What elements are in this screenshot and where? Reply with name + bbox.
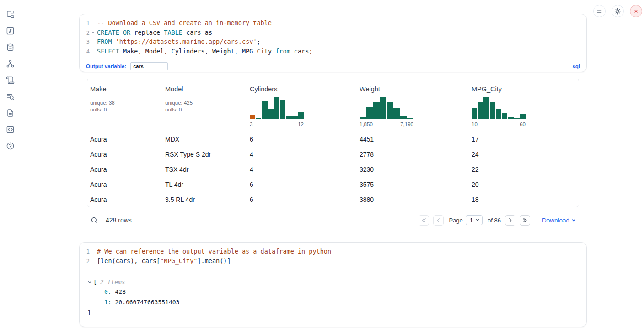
table-cell: MDX bbox=[162, 136, 247, 143]
left-toolbar bbox=[0, 0, 20, 151]
table-row: AcuraTSX 4dr4323022 bbox=[87, 162, 579, 177]
column-histogram[interactable] bbox=[250, 96, 304, 119]
code-token: from bbox=[275, 48, 290, 55]
column-unique-stat: unique: 38 bbox=[90, 100, 159, 106]
table-cell: Acura bbox=[87, 196, 162, 203]
histogram-bar bbox=[360, 117, 366, 119]
histogram-min-label: 10 bbox=[472, 122, 478, 127]
notebook-menu-button[interactable] bbox=[593, 5, 606, 17]
page-select[interactable]: 1 bbox=[466, 215, 483, 225]
column-header-cylinders[interactable]: Cylinders312 bbox=[247, 79, 357, 132]
table-cell: Acura bbox=[87, 136, 162, 143]
table-footer: 428 rows Page 1 of 86 Download bbox=[87, 211, 579, 229]
variables-panel-button[interactable] bbox=[5, 26, 15, 36]
result-item: 1: 20.060747663551403 bbox=[87, 297, 581, 308]
table-cell: 3.5 RL 4dr bbox=[162, 196, 247, 203]
histogram-bar bbox=[292, 116, 298, 119]
code-line: 1# We can reference the output variable … bbox=[80, 247, 586, 257]
search-icon bbox=[91, 217, 98, 224]
table-cell: 3575 bbox=[357, 181, 469, 188]
histogram-bar bbox=[280, 100, 285, 119]
code-token: TABLE bbox=[164, 29, 182, 36]
collapse-toggle-icon[interactable] bbox=[87, 280, 92, 285]
item-value: 20.060747663551403 bbox=[112, 299, 180, 306]
histogram-bar bbox=[508, 117, 513, 119]
code-line: 4SELECT Make, Model, Cylinders, Weight, … bbox=[80, 47, 586, 57]
line-number: 2 bbox=[80, 28, 90, 38]
table-row: Acura3.5 RL 4dr6388018 bbox=[87, 192, 579, 207]
chevron-left-icon bbox=[435, 217, 441, 223]
outline-panel-button[interactable] bbox=[5, 75, 15, 85]
code-token: replace bbox=[130, 29, 164, 36]
code-token: "MPG_City" bbox=[160, 257, 197, 264]
result-items: 0: 4281: 20.060747663551403 bbox=[87, 287, 581, 307]
fold-chevron-icon[interactable] bbox=[91, 31, 95, 35]
column-name: MPG_City bbox=[472, 85, 575, 93]
list-search-icon bbox=[6, 92, 15, 101]
chevrons-left-icon bbox=[421, 217, 427, 223]
histogram-max-label: 12 bbox=[298, 122, 304, 127]
settings-button[interactable] bbox=[612, 5, 624, 17]
column-header-model[interactable]: Modelunique: 425nulls: 0 bbox=[162, 79, 247, 132]
table-cell: 4451 bbox=[357, 136, 469, 143]
item-index: 0: bbox=[104, 288, 112, 295]
hamburger-menu-icon bbox=[596, 8, 603, 15]
column-histogram[interactable] bbox=[360, 96, 413, 119]
items-count-label: 2 Items bbox=[100, 278, 125, 287]
file-explorer-button[interactable] bbox=[5, 9, 15, 19]
table-cell: 20 bbox=[469, 181, 579, 188]
download-label: Download bbox=[542, 217, 569, 224]
column-header-make[interactable]: Makeunique: 38nulls: 0 bbox=[87, 79, 162, 132]
python-editor[interactable]: 1# We can reference the output variable … bbox=[80, 243, 586, 270]
gear-icon bbox=[614, 7, 622, 15]
first-page-button[interactable] bbox=[419, 215, 429, 226]
logs-panel-button[interactable] bbox=[5, 91, 15, 101]
code-square-icon bbox=[6, 125, 15, 134]
histogram-bar bbox=[366, 107, 373, 119]
code-text: FROM 'https://datasets.marimo.app/cars.c… bbox=[90, 37, 261, 47]
histogram-bar bbox=[478, 102, 483, 119]
column-name: Weight bbox=[360, 85, 465, 93]
last-page-button[interactable] bbox=[520, 215, 530, 226]
code-token: ].mean()] bbox=[197, 257, 231, 264]
sql-cell-output: Makeunique: 38nulls: 0Modelunique: 425nu… bbox=[87, 79, 579, 229]
shutdown-button[interactable] bbox=[630, 5, 642, 17]
table-body: AcuraMDX6445117AcuraRSX Type S 2dr427782… bbox=[87, 132, 579, 207]
next-page-button[interactable] bbox=[505, 215, 515, 226]
datasets-panel-button[interactable] bbox=[5, 42, 15, 52]
python-cell: 1# We can reference the output variable … bbox=[79, 242, 587, 327]
histogram-range: 1060 bbox=[472, 122, 526, 127]
table-header-row: Makeunique: 38nulls: 0Modelunique: 425nu… bbox=[87, 79, 579, 132]
output-variable-input[interactable] bbox=[130, 62, 168, 70]
column-header-weight[interactable]: Weight1,8507,190 bbox=[357, 79, 469, 132]
sql-editor[interactable]: 1-- Download a CSV and create an in-memo… bbox=[80, 14, 586, 60]
column-histogram[interactable] bbox=[472, 96, 526, 119]
chevrons-right-icon bbox=[522, 217, 528, 223]
item-value: 428 bbox=[112, 288, 126, 295]
table-cell: Acura bbox=[87, 151, 162, 158]
previous-page-button[interactable] bbox=[433, 215, 444, 226]
histogram-bar bbox=[400, 116, 407, 119]
column-name: Cylinders bbox=[250, 85, 353, 93]
histogram-min-label: 1,850 bbox=[360, 122, 373, 127]
histogram-range: 1,8507,190 bbox=[360, 122, 413, 127]
table-row: AcuraTL 4dr6357520 bbox=[87, 177, 579, 192]
page-total-label: of 86 bbox=[488, 217, 501, 224]
histogram-bar bbox=[250, 115, 255, 119]
code-token: Make, Model, Cylinders, Weight, MPG_City bbox=[119, 48, 275, 55]
column-header-mpg_city[interactable]: MPG_City1060 bbox=[469, 79, 579, 132]
snippets-panel-button[interactable] bbox=[5, 124, 15, 134]
download-button[interactable]: Download bbox=[542, 217, 576, 224]
table-search-button[interactable] bbox=[91, 217, 98, 224]
table-cell: TSX 4dr bbox=[162, 166, 247, 173]
result-tree-root: [ 2 Items bbox=[87, 278, 581, 287]
code-line: 2CREATE OR replace TABLE cars as bbox=[80, 28, 586, 38]
dependency-graph-button[interactable] bbox=[5, 58, 15, 69]
documentation-panel-button[interactable] bbox=[5, 108, 15, 118]
column-name: Model bbox=[165, 85, 243, 93]
histogram-bar bbox=[483, 97, 489, 119]
help-panel-button[interactable] bbox=[5, 141, 15, 151]
code-token: SELECT bbox=[97, 48, 119, 55]
histogram-max-label: 60 bbox=[520, 122, 526, 127]
table-row: AcuraMDX6445117 bbox=[87, 132, 579, 147]
